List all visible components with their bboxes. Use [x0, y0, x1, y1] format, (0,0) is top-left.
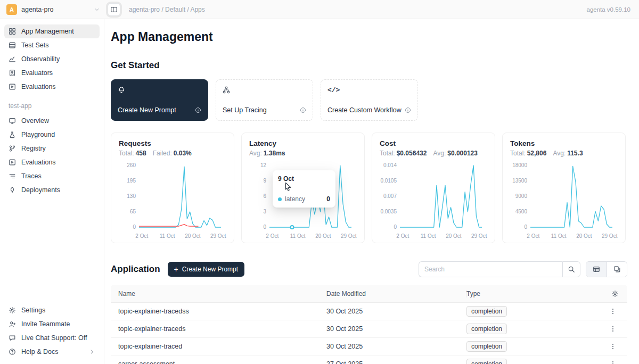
svg-text:2 Oct: 2 Oct [135, 233, 148, 239]
svg-text:2 Oct: 2 Oct [527, 233, 539, 239]
type-badge: completion [466, 306, 507, 317]
sidebar-item-label: Playground [21, 131, 55, 138]
sidebar-item-test-sets[interactable]: Test Sets [4, 38, 100, 52]
stats-row: Requests Total:458 Failed:0.03% 06513019… [111, 133, 639, 243]
plus-icon: + [174, 266, 178, 273]
stat-value: 1.38ms [264, 150, 285, 157]
help-icon [9, 348, 16, 355]
svg-text:29 Oct: 29 Oct [471, 233, 487, 239]
sidebar-item-evaluations[interactable]: Evaluations [4, 80, 100, 94]
sidebar-item-help-docs[interactable]: Help & Docs [4, 345, 100, 359]
type-badge: completion [466, 359, 507, 364]
application-header-row: Application + Create New Prompt [111, 261, 627, 277]
page-title: App Management [111, 30, 639, 44]
sidebar-item-settings[interactable]: Settings [4, 303, 100, 317]
set-up-tracing-card[interactable]: Set Up Tracing [216, 79, 313, 121]
stat-title: Tokens [510, 139, 618, 147]
application-heading: Application [111, 264, 160, 275]
stat-label: Avg: [553, 150, 566, 157]
sidebar-item-observability[interactable]: Observability [4, 52, 100, 66]
version-label: agenta v0.59.10 [587, 6, 631, 13]
svg-text:13500: 13500 [512, 178, 527, 184]
info-icon[interactable] [405, 107, 411, 113]
svg-text:4500: 4500 [515, 209, 528, 214]
rows-icon [9, 42, 16, 49]
user-plus-icon [9, 320, 16, 328]
rocket-icon [9, 186, 16, 194]
stat-title: Cost [380, 139, 487, 147]
stat-title: Latency [249, 139, 357, 147]
row-menu-button[interactable] [607, 323, 619, 335]
svg-text:29 Oct: 29 Oct [210, 233, 226, 239]
grid-icon [9, 28, 16, 35]
main-content: App Management Get Started Create New Pr… [104, 19, 639, 364]
code-icon: </> [327, 86, 411, 94]
info-icon[interactable] [300, 107, 306, 113]
svg-text:3: 3 [263, 209, 266, 214]
card-label: Create New Prompt [118, 106, 176, 114]
column-header-date-modified[interactable]: Date Modified [326, 285, 466, 302]
sidebar-item-app-evaluations[interactable]: Evaluations [4, 155, 100, 169]
create-new-prompt-button[interactable]: + Create New Prompt [168, 262, 245, 277]
requests-chart: 0651301952602 Oct11 Oct20 Oct29 Oct [119, 160, 226, 243]
tokens-stat-card: Tokens Total:52,806 Avg:115.3 0450090001… [502, 133, 626, 243]
sidebar-item-live-chat-support[interactable]: Live Chat Support: Off [4, 331, 100, 345]
column-header-type[interactable]: Type [466, 285, 593, 302]
tooltip-value: 0 [326, 195, 330, 203]
panel-icon [110, 6, 118, 13]
sidebar-item-label: Traces [21, 172, 42, 180]
table-settings-button[interactable] [611, 290, 619, 297]
view-toggle [586, 261, 627, 277]
sidebar-item-registry[interactable]: Registry [4, 142, 100, 155]
create-custom-workflow-card[interactable]: </> Create Custom Workflow [321, 79, 418, 121]
tooltip-series-name: latency [285, 195, 305, 203]
search-group [419, 261, 580, 277]
sidebar-item-playground[interactable]: Playground [4, 128, 100, 142]
tokens-chart: 04500900013500180002 Oct11 Oct20 Oct29 O… [510, 160, 618, 243]
stat-value: $0.056432 [397, 150, 427, 157]
table-row[interactable]: topic-explainer-traceds 30 Oct 2025 comp… [111, 320, 627, 338]
sidebar: App Management Test Sets Observability E… [0, 19, 104, 364]
svg-text:130: 130 [127, 193, 136, 199]
table-row[interactable]: topic-explainer-tracedss 30 Oct 2025 com… [111, 303, 627, 320]
svg-text:20 Oct: 20 Oct [576, 233, 592, 239]
svg-text:65: 65 [130, 209, 136, 214]
row-menu-button[interactable] [607, 305, 619, 317]
workspace-selector[interactable]: A agenta-pro [6, 4, 100, 15]
chart-line-icon [9, 55, 16, 63]
stat-value: $0.000123 [447, 150, 478, 157]
branch-icon [9, 145, 16, 152]
sidebar-item-overview[interactable]: Overview [4, 114, 100, 128]
chevron-right-icon [89, 349, 95, 355]
search-button[interactable] [562, 261, 580, 277]
app-name: topic-explainer-tracedss [111, 308, 326, 315]
sidebar-item-app-management[interactable]: App Management [4, 24, 100, 38]
button-label: Create New Prompt [182, 266, 238, 273]
mouse-cursor-icon [284, 182, 292, 191]
table-view-button[interactable] [586, 262, 607, 277]
sidebar-item-deployments[interactable]: Deployments [4, 183, 100, 197]
table-row[interactable]: career-assessment 27 Oct 2025 completion [111, 355, 627, 364]
kebab-icon [609, 360, 617, 364]
app-name: topic-explainer-traceds [111, 325, 326, 333]
sidebar-toggle-button[interactable] [108, 3, 120, 16]
breadcrumb[interactable]: agenta-pro / Default / Apps [129, 6, 205, 13]
sidebar-item-traces[interactable]: Traces [4, 169, 100, 183]
column-header-name[interactable]: Name [111, 285, 326, 302]
row-menu-button[interactable] [607, 341, 619, 352]
stat-label: Total: [380, 150, 395, 157]
card-view-button[interactable] [607, 262, 627, 277]
applications-table: Name Date Modified Type topic-explainer-… [111, 285, 627, 364]
table-row[interactable]: topic-explainer-traced 30 Oct 2025 compl… [111, 338, 627, 355]
sidebar-item-invite-teammate[interactable]: Invite Teammate [4, 317, 100, 331]
sidebar-item-evaluators[interactable]: Evaluators [4, 66, 100, 80]
create-new-prompt-card[interactable]: Create New Prompt [111, 79, 208, 121]
stat-title: Requests [119, 139, 226, 147]
play-square-icon [9, 159, 16, 166]
sidebar-item-label: Evaluations [21, 159, 56, 166]
info-icon[interactable] [195, 107, 201, 113]
top-bar: A agenta-pro agenta-pro / Default / Apps… [0, 0, 639, 19]
row-menu-button[interactable] [607, 358, 619, 364]
search-input[interactable] [419, 261, 562, 277]
gear-icon [9, 307, 16, 314]
